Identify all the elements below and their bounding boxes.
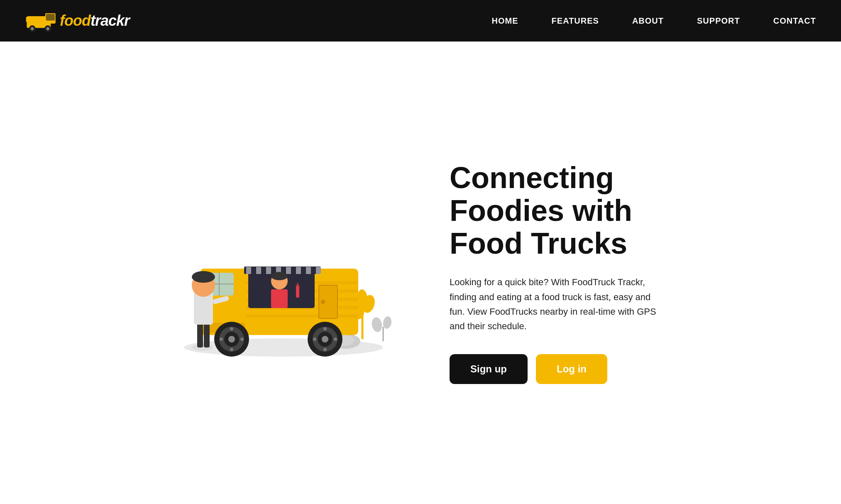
svg-rect-32 bbox=[296, 267, 301, 274]
nav-contact[interactable]: CONTACT bbox=[773, 16, 816, 26]
svg-point-57 bbox=[323, 348, 327, 351]
svg-rect-36 bbox=[271, 289, 288, 308]
svg-rect-34 bbox=[316, 267, 321, 274]
svg-rect-67 bbox=[296, 285, 299, 298]
svg-rect-7 bbox=[26, 17, 32, 22]
svg-point-48 bbox=[230, 327, 233, 330]
hero-buttons: Sign up Log in bbox=[450, 354, 682, 384]
svg-rect-29 bbox=[266, 267, 271, 274]
svg-point-42 bbox=[321, 300, 325, 304]
main-nav: HOME FEATURES ABOUT SUPPORT CONTACT bbox=[492, 16, 816, 26]
logo-text: foodtrackr bbox=[60, 12, 130, 29]
svg-rect-27 bbox=[246, 267, 251, 274]
nav-home[interactable]: HOME bbox=[492, 16, 518, 26]
nav-about[interactable]: ABOUT bbox=[632, 16, 664, 26]
svg-point-51 bbox=[240, 338, 244, 341]
hero-content: Connecting Foodies with Food Trucks Look… bbox=[450, 161, 682, 384]
svg-rect-33 bbox=[306, 267, 311, 274]
login-button[interactable]: Log in bbox=[536, 354, 607, 384]
hero-section: Connecting Foodies with Food Trucks Look… bbox=[0, 42, 841, 504]
svg-rect-2 bbox=[46, 14, 55, 21]
svg-point-50 bbox=[220, 338, 223, 341]
hero-description: Looking for a quick bite? With FoodTruck… bbox=[450, 275, 665, 333]
svg-point-37 bbox=[271, 272, 288, 280]
svg-point-47 bbox=[228, 336, 235, 343]
svg-rect-28 bbox=[256, 267, 261, 274]
svg-rect-31 bbox=[286, 267, 291, 274]
svg-point-14 bbox=[371, 316, 383, 333]
svg-point-58 bbox=[313, 338, 316, 341]
hero-title: Connecting Foodies with Food Trucks bbox=[450, 161, 682, 260]
svg-point-65 bbox=[192, 271, 215, 283]
svg-point-59 bbox=[334, 338, 337, 341]
svg-point-4 bbox=[31, 27, 34, 30]
svg-rect-61 bbox=[197, 323, 203, 347]
svg-point-56 bbox=[323, 327, 327, 330]
logo[interactable]: foodtrackr bbox=[25, 8, 130, 33]
svg-rect-68 bbox=[297, 283, 298, 286]
svg-point-49 bbox=[230, 348, 233, 351]
nav-support[interactable]: SUPPORT bbox=[697, 16, 740, 26]
svg-point-6 bbox=[46, 27, 49, 30]
svg-rect-62 bbox=[204, 323, 210, 347]
site-header: foodtrackr HOME FEATURES ABOUT SUPPORT C… bbox=[0, 0, 841, 42]
nav-features[interactable]: FEATURES bbox=[552, 16, 599, 26]
signup-button[interactable]: Sign up bbox=[450, 354, 528, 384]
hero-illustration bbox=[159, 186, 408, 360]
svg-point-55 bbox=[322, 336, 328, 343]
